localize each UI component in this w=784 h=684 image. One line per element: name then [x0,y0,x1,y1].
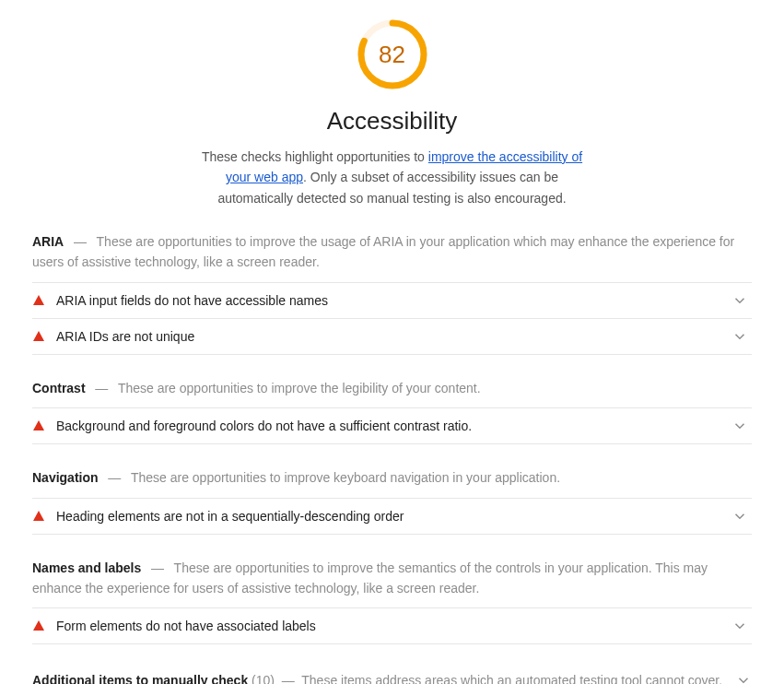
score-value: 82 [357,18,428,90]
chevron-down-icon [731,328,748,345]
manual-check-row[interactable]: Additional items to manually check (10) … [32,670,752,684]
dash: — [151,560,164,575]
warning-triangle-icon [32,619,45,632]
audit-row[interactable]: Form elements do not have associated lab… [32,607,752,644]
score-gauge: 82 [357,18,428,90]
section-header: Names and labels — These are opportuniti… [32,559,752,598]
warning-triangle-icon [32,419,45,432]
chevron-down-icon [735,672,752,684]
warning-triangle-icon [32,510,45,523]
section-title: Navigation [32,470,99,485]
section-desc: These are opportunities to improve keybo… [131,470,560,485]
chevron-down-icon [731,618,748,634]
warning-triangle-icon [32,330,45,343]
warning-triangle-icon [32,294,45,307]
section-desc: These are opportunities to improve the l… [118,381,481,395]
dash: — [95,381,108,395]
audit-section: Contrast — These are opportunities to im… [32,379,752,445]
audit-title: ARIA input fields do not have accessible… [56,293,731,308]
audit-title: Form elements do not have associated lab… [56,619,731,633]
svg-marker-4 [33,420,44,430]
section-title: Names and labels [32,560,141,575]
audit-section: ARIA — These are opportunities to improv… [32,232,752,354]
manual-check-text: Additional items to manually check (10) … [32,670,726,684]
audit-section: Navigation — These are opportunities to … [32,468,752,535]
manual-title: Additional items to manually check [32,673,248,684]
chevron-down-icon [731,292,748,309]
audit-title: Heading elements are not in a sequential… [56,509,731,524]
section-header: ARIA — These are opportunities to improv… [32,232,752,272]
section-desc: These are opportunities to improve the u… [32,234,734,269]
manual-check-section: Additional items to manually check (10) … [32,670,752,684]
audit-row[interactable]: ARIA input fields do not have accessible… [32,282,752,318]
manual-count: (10) [252,673,275,684]
subtitle-prefix: These checks highlight opportunities to [202,149,428,164]
page-title: Accessibility [327,107,458,136]
audit-title: Background and foreground colors do not … [56,419,731,433]
audit-section: Names and labels — These are opportuniti… [32,559,752,644]
section-header: Contrast — These are opportunities to im… [32,379,752,399]
audit-title: ARIA IDs are not unique [56,329,731,344]
svg-marker-5 [33,511,44,521]
section-title: ARIA [32,234,64,249]
audit-row[interactable]: Heading elements are not in a sequential… [32,498,752,535]
audit-row[interactable]: Background and foreground colors do not … [32,407,752,444]
section-header: Navigation — These are opportunities to … [32,468,752,489]
svg-marker-3 [33,331,44,341]
chevron-down-icon [731,418,748,434]
dash: — [74,234,87,249]
chevron-down-icon [731,508,748,525]
dash: — [282,673,295,684]
audit-row[interactable]: ARIA IDs are not unique [32,318,752,355]
svg-marker-6 [33,620,44,631]
page-subtitle: These checks highlight opportunities to … [194,147,591,208]
score-gauge-wrap: 82 Accessibility These checks highlight … [32,18,752,208]
section-title: Contrast [32,381,86,395]
svg-marker-2 [33,295,44,305]
dash: — [108,470,121,485]
